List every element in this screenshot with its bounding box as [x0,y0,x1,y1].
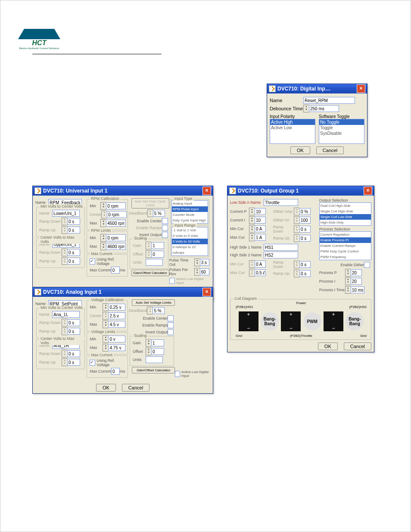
cv-ru-spin[interactable]: ▲▼ [62,257,80,265]
outsel-opt-2[interactable]: Single Coil Low-Side [320,214,371,220]
toggle-opt-toggle[interactable]: Toggle [319,125,364,131]
intype-opt-analog[interactable]: Analog Input [172,201,208,206]
close-icon[interactable]: × [357,84,365,93]
offset-spin[interactable]: ▲▼ [146,250,164,258]
mv-rd-spin[interactable]: ▲▼ [62,319,80,327]
rpm-max-spin[interactable]: ▲▼ [100,219,126,227]
debounce-spinner[interactable]: ▲▼ [303,105,339,112]
close-icon[interactable]: × [202,288,211,296]
polarity-list[interactable]: Active High Active Low [270,119,315,144]
minc-spin[interactable]: ▲▼ [249,225,266,233]
intype-list[interactable]: Analog Input RPM Pulse Input Counter Mod… [171,200,208,224]
enable-dither-checkbox[interactable] [364,262,370,268]
vmax-spin[interactable]: ▲▼ [103,320,125,328]
enable-ramps-checkbox[interactable] [162,225,168,231]
rd-spin[interactable]: ▲▼ [294,225,311,233]
lmax-spin[interactable]: ▲▼ [103,344,125,352]
active-low-checkbox[interactable] [175,371,180,377]
inrange-opt-2[interactable]: 0 Volts to 10 Volts [172,239,208,244]
autoset-button[interactable]: Auto Set Voltage Limits [132,299,175,306]
pit-spin[interactable]: ▲▼ [345,286,364,294]
enable-center-checkbox[interactable] [162,218,168,224]
dh-spin[interactable]: ▲▼ [294,216,311,224]
intype-opt-rpm[interactable]: RPM Pulse Input [172,206,208,212]
toggle-opt-sysdisable[interactable]: SysDisable [319,131,364,136]
vmin-spin[interactable]: ▲▼ [103,303,125,311]
inrange-opt-1[interactable]: 0 Volts to 5 Volts [172,233,208,239]
rd2-spin[interactable]: ▲▼ [294,261,311,268]
toggle-list[interactable]: No Toggle Toggle SysDisable [319,119,364,144]
polarity-opt-active-high[interactable]: Active High [270,119,315,125]
cancel-button[interactable]: Cancel [316,146,344,154]
name-input[interactable] [303,97,355,104]
procsel-opt-0[interactable]: Current Regulation [320,232,371,237]
ok-button[interactable]: OK [290,146,310,154]
useref-checkbox[interactable] [90,258,95,264]
mv-rd-spin[interactable]: ▲▼ [62,218,80,225]
maxcur-input[interactable] [111,368,120,375]
mv-ru-spin[interactable]: ▲▼ [62,226,80,234]
autoset-button[interactable]: Auto Set Duty Cycle Limits [131,198,169,208]
mv-name-input[interactable] [52,311,80,318]
cancel-button[interactable]: Cancel [344,342,371,350]
inrange-list[interactable]: -1 Volt to 1 Volt 0 Volts to 5 Volts 0 V… [171,227,208,256]
lmin-spin[interactable]: ▲▼ [103,335,125,343]
lsa-input[interactable] [264,199,298,206]
mv-name-input[interactable] [52,210,80,217]
uni-titlebar[interactable]: DVC710: Universal Input 1 × [33,186,213,196]
minc2-spin[interactable]: ▲▼ [249,260,266,268]
ok-button[interactable]: OK [318,342,338,350]
pp-spin[interactable]: ▲▼ [345,269,362,277]
ana-titlebar[interactable]: DVC710: Analog Input 1 × [33,287,213,297]
close-icon[interactable]: × [202,187,211,195]
gainoffset-button[interactable]: Gain/Offset Calculator [132,367,175,373]
digital-titlebar[interactable]: DVC710: Digital Inp… × [267,84,367,93]
ru2-spin[interactable]: ▲▼ [294,270,311,277]
invert-output-checkbox[interactable] [162,232,168,238]
maxcur-input[interactable] [111,267,120,274]
units-input[interactable] [146,259,163,266]
gainoffset-button[interactable]: Gain/Offset Calculator [131,270,169,276]
outsel-opt-3[interactable]: High-Side Only [320,220,371,225]
invert-output-checkbox[interactable] [168,329,174,335]
mv-ru-spin[interactable]: ▲▼ [62,327,80,335]
close-icon[interactable]: × [364,187,372,195]
maxc2-spin[interactable]: ▲▼ [249,269,266,277]
procsel-opt-2[interactable]: Enable Current Ramps [320,243,371,249]
debounce-input[interactable] [309,105,339,112]
procsel-opt-1[interactable]: Enable Process PI [320,237,371,243]
lim-min-spin[interactable]: ▲▼ [100,234,126,242]
gain-spin[interactable]: ▲▼ [146,242,164,249]
gain-spin[interactable]: ▲▼ [146,339,164,347]
procsel-opt-3[interactable]: PWM Duty Cycle Control [320,249,371,254]
hs1-input[interactable] [264,244,298,251]
intype-opt-duty[interactable]: Duty Cycle Input High [172,218,208,223]
ru-spin[interactable]: ▲▼ [294,234,311,242]
cancel-button[interactable]: Cancel [122,384,149,392]
intype-opt-counter[interactable]: Counter Mode [172,212,208,218]
da-spin[interactable]: ▲▼ [294,208,311,215]
outsel-opt-0[interactable]: Dual Coil High-Side [320,203,371,208]
enable-center-checkbox[interactable] [168,315,174,321]
maxc-spin[interactable]: ▲▼ [249,233,266,241]
ci-spin[interactable]: ▲▼ [249,216,266,224]
deadband-spin[interactable]: ▲▼ [147,209,165,217]
cp-spin[interactable]: ▲▼ [249,208,266,215]
rpm-min-spin[interactable]: ▲▼ [100,202,126,210]
inrange-opt-3[interactable]: 0 mAmps to 22 mAmps [172,244,208,255]
procsel-list[interactable]: Current Regulation Enable Process PI Ena… [319,231,371,260]
vcen-spin[interactable]: ▲▼ [103,312,125,320]
procsel-opt-4[interactable]: PWM Frequency [320,254,371,260]
deadband-spin[interactable]: ▲▼ [147,307,165,314]
pi-spin[interactable]: ▲▼ [345,277,362,285]
units-input[interactable] [146,356,163,363]
out-titlebar[interactable]: DVC710: Output Group 1 × [227,186,374,196]
hs2-input[interactable] [264,252,298,258]
enable-ramps-checkbox[interactable] [168,322,174,328]
cv-ru-spin[interactable]: ▲▼ [62,358,80,366]
cv-rd-spin[interactable]: ▲▼ [62,249,80,256]
pulse-to-spin[interactable]: ▲▼ [194,258,209,266]
offset-spin[interactable]: ▲▼ [146,348,164,355]
outsel-opt-1[interactable]: Single Coil High-Side [320,208,371,214]
inrange-opt-0[interactable]: -1 Volt to 1 Volt [172,227,208,233]
